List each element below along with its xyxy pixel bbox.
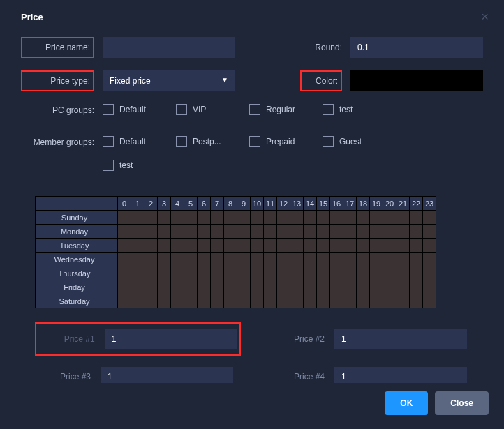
schedule-cell[interactable]	[251, 211, 264, 225]
schedule-cell[interactable]	[383, 239, 396, 253]
schedule-cell[interactable]	[118, 294, 131, 308]
schedule-cell[interactable]	[277, 239, 290, 253]
schedule-cell[interactable]	[290, 211, 304, 225]
schedule-cell[interactable]	[264, 294, 277, 308]
schedule-cell[interactable]	[171, 294, 184, 308]
schedule-cell[interactable]	[343, 239, 357, 253]
schedule-cell[interactable]	[343, 294, 357, 308]
schedule-cell[interactable]	[211, 211, 224, 225]
schedule-cell[interactable]	[317, 253, 330, 266]
schedule-cell[interactable]	[370, 294, 383, 308]
schedule-cell[interactable]	[224, 211, 237, 225]
schedule-cell[interactable]	[383, 211, 396, 225]
schedule-cell[interactable]	[370, 225, 383, 239]
schedule-cell[interactable]	[198, 225, 211, 239]
schedule-cell[interactable]	[184, 266, 198, 280]
schedule-cell[interactable]	[423, 294, 436, 308]
schedule-cell[interactable]	[383, 280, 396, 294]
schedule-cell[interactable]	[330, 280, 343, 294]
schedule-cell[interactable]	[131, 239, 144, 253]
schedule-cell[interactable]	[264, 280, 277, 294]
schedule-cell[interactable]	[423, 253, 436, 266]
schedule-cell[interactable]	[290, 280, 304, 294]
schedule-cell[interactable]	[423, 225, 436, 239]
schedule-cell[interactable]	[158, 239, 171, 253]
schedule-cell[interactable]	[211, 280, 224, 294]
schedule-cell[interactable]	[423, 239, 436, 253]
schedule-cell[interactable]	[330, 253, 343, 266]
pc-group-item[interactable]: test	[323, 104, 396, 115]
schedule-cell[interactable]	[423, 266, 436, 280]
schedule-cell[interactable]	[251, 280, 264, 294]
schedule-cell[interactable]	[118, 280, 131, 294]
schedule-cell[interactable]	[410, 239, 423, 253]
schedule-cell[interactable]	[144, 266, 158, 280]
schedule-cell[interactable]	[158, 253, 171, 266]
schedule-cell[interactable]	[383, 225, 396, 239]
checkbox-icon[interactable]	[176, 136, 187, 147]
close-button[interactable]: Close	[435, 391, 489, 415]
schedule-cell[interactable]	[184, 225, 198, 239]
schedule-cell[interactable]	[317, 211, 330, 225]
schedule-cell[interactable]	[237, 280, 251, 294]
schedule-cell[interactable]	[211, 225, 224, 239]
schedule-cell[interactable]	[290, 294, 304, 308]
schedule-cell[interactable]	[251, 266, 264, 280]
schedule-cell[interactable]	[224, 225, 237, 239]
schedule-cell[interactable]	[184, 211, 198, 225]
schedule-cell[interactable]	[224, 280, 237, 294]
schedule-cell[interactable]	[198, 253, 211, 266]
schedule-cell[interactable]	[357, 294, 370, 308]
price-type-select[interactable]: Fixed price	[103, 70, 235, 91]
schedule-cell[interactable]	[131, 253, 144, 266]
schedule-cell[interactable]	[304, 211, 317, 225]
pc-group-item[interactable]: Regular	[249, 104, 323, 115]
schedule-cell[interactable]	[317, 294, 330, 308]
pc-group-item[interactable]: VIP	[176, 104, 249, 115]
schedule-cell[interactable]	[370, 280, 383, 294]
schedule-cell[interactable]	[396, 211, 410, 225]
schedule-cell[interactable]	[343, 211, 357, 225]
schedule-cell[interactable]	[396, 280, 410, 294]
schedule-cell[interactable]	[264, 266, 277, 280]
schedule-cell[interactable]	[343, 225, 357, 239]
schedule-cell[interactable]	[264, 239, 277, 253]
schedule-cell[interactable]	[144, 211, 158, 225]
schedule-cell[interactable]	[396, 239, 410, 253]
schedule-cell[interactable]	[264, 253, 277, 266]
schedule-cell[interactable]	[211, 239, 224, 253]
schedule-cell[interactable]	[171, 280, 184, 294]
schedule-cell[interactable]	[370, 266, 383, 280]
checkbox-icon[interactable]	[249, 104, 260, 115]
schedule-cell[interactable]	[171, 239, 184, 253]
schedule-cell[interactable]	[251, 239, 264, 253]
schedule-cell[interactable]	[290, 225, 304, 239]
schedule-cell[interactable]	[343, 280, 357, 294]
schedule-cell[interactable]	[370, 239, 383, 253]
schedule-cell[interactable]	[251, 253, 264, 266]
schedule-cell[interactable]	[158, 211, 171, 225]
schedule-cell[interactable]	[396, 294, 410, 308]
schedule-cell[interactable]	[144, 239, 158, 253]
schedule-cell[interactable]	[410, 253, 423, 266]
schedule-cell[interactable]	[211, 266, 224, 280]
schedule-cell[interactable]	[330, 266, 343, 280]
schedule-cell[interactable]	[343, 253, 357, 266]
schedule-cell[interactable]	[198, 211, 211, 225]
schedule-cell[interactable]	[171, 211, 184, 225]
schedule-cell[interactable]	[396, 266, 410, 280]
schedule-cell[interactable]	[144, 253, 158, 266]
schedule-cell[interactable]	[158, 280, 171, 294]
schedule-cell[interactable]	[144, 225, 158, 239]
schedule-cell[interactable]	[184, 294, 198, 308]
price-tier-input[interactable]	[105, 329, 237, 349]
pc-group-item[interactable]: Default	[103, 104, 176, 115]
schedule-cell[interactable]	[198, 239, 211, 253]
schedule-cell[interactable]	[317, 280, 330, 294]
schedule-cell[interactable]	[277, 225, 290, 239]
checkbox-icon[interactable]	[323, 104, 334, 115]
schedule-cell[interactable]	[317, 266, 330, 280]
schedule-cell[interactable]	[171, 266, 184, 280]
schedule-cell[interactable]	[118, 211, 131, 225]
schedule-cell[interactable]	[317, 239, 330, 253]
